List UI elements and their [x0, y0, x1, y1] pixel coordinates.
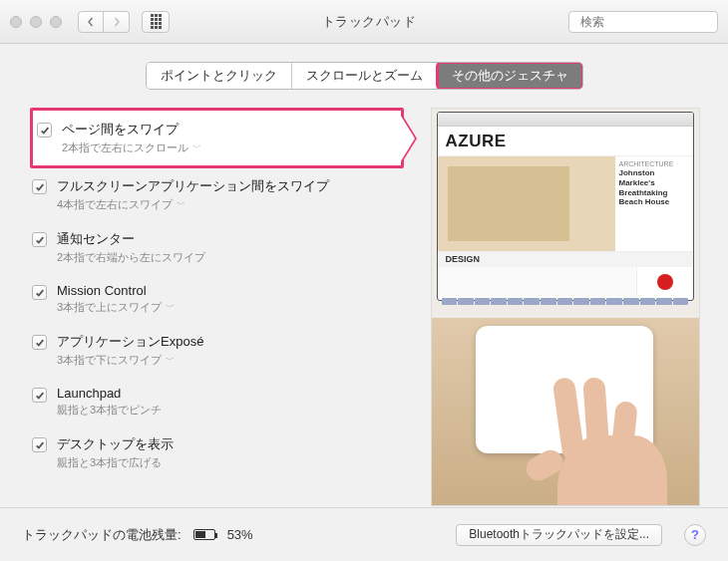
preview-hand — [528, 396, 667, 506]
option-subtitle-dropdown[interactable]: 2本指で左右にスクロール﹀ — [62, 140, 391, 155]
option-launchpad[interactable]: Launchpad 親指と3本指でピンチ — [30, 377, 404, 426]
show-all-button[interactable] — [142, 11, 170, 33]
footer: トラックパッドの電池残量: 53% Bluetoothトラックパッドを設定...… — [0, 507, 728, 561]
back-button[interactable] — [78, 11, 104, 33]
checkbox[interactable] — [32, 335, 47, 350]
traffic-lights — [10, 16, 62, 28]
option-title: デスクトップを表示 — [57, 435, 400, 453]
tabs-segment: ポイントとクリック スクロールとズーム その他のジェスチャ — [146, 62, 583, 90]
options-list: ページ間をスワイプ 2本指で左右にスクロール﹀ フルスクリーンアプリケーション間… — [30, 108, 404, 506]
battery-label: トラックパッドの電池残量: — [22, 526, 182, 544]
chevron-down-icon: ﹀ — [192, 141, 201, 154]
search-input[interactable] — [580, 15, 728, 29]
option-title: Mission Control — [57, 283, 400, 298]
help-button[interactable]: ? — [684, 524, 706, 546]
close-window-icon[interactable] — [10, 16, 22, 28]
window-title: トラックパッド — [178, 13, 560, 31]
checkbox[interactable] — [32, 388, 47, 403]
preview-sidebar-kicker: ARCHITECTURE — [619, 160, 689, 168]
option-title: 通知センター — [57, 230, 400, 248]
gesture-preview-pane: AZURE ARCHITECTURE Johnston Marklee's Br… — [422, 108, 708, 506]
tab-more-gestures[interactable]: その他のジェスチャ — [438, 63, 582, 89]
nav-group — [78, 11, 130, 33]
gesture-preview: AZURE ARCHITECTURE Johnston Marklee's Br… — [431, 108, 700, 506]
checkbox[interactable] — [32, 179, 47, 194]
preview-dock — [438, 298, 693, 306]
option-swipe-fullscreen-apps[interactable]: フルスクリーンアプリケーション間をスワイプ 4本指で左右にスワイプ﹀ — [30, 168, 404, 221]
option-title: フルスクリーンアプリケーション間をスワイプ — [57, 177, 400, 195]
award-badge-icon — [657, 274, 673, 290]
preview-site-logo: AZURE — [446, 132, 507, 151]
option-app-expose[interactable]: アプリケーションExposé 3本指で下にスワイプ﹀ — [30, 324, 404, 377]
setup-bluetooth-trackpad-button[interactable]: Bluetoothトラックパッドを設定... — [456, 524, 662, 546]
zoom-window-icon[interactable] — [50, 16, 62, 28]
tab-scroll-and-zoom[interactable]: スクロールとズーム — [292, 63, 438, 89]
battery-icon — [193, 529, 215, 540]
option-title: Launchpad — [57, 386, 400, 401]
titlebar: トラックパッド — [0, 0, 728, 44]
option-subtitle-dropdown[interactable]: 3本指で下にスワイプ﹀ — [57, 353, 400, 368]
option-subtitle: 親指と3本指でピンチ — [57, 403, 400, 418]
checkbox[interactable] — [32, 285, 47, 300]
checkbox[interactable] — [32, 437, 47, 452]
option-subtitle-dropdown[interactable]: 3本指で上にスワイプ﹀ — [57, 300, 400, 315]
search-field[interactable] — [568, 11, 718, 33]
checkbox[interactable] — [32, 232, 47, 247]
preview-sidebar-headline: Johnston Marklee's Breathtaking Beach Ho… — [619, 168, 689, 206]
tabs-row: ポイントとクリック スクロールとズーム その他のジェスチャ — [0, 44, 728, 104]
option-title: ページ間をスワイプ — [62, 121, 391, 139]
option-subtitle: 2本指で右端から左にスワイプ — [57, 250, 400, 265]
option-mission-control[interactable]: Mission Control 3本指で上にスワイプ﹀ — [30, 274, 404, 324]
option-title: アプリケーションExposé — [57, 333, 400, 351]
tab-point-and-click[interactable]: ポイントとクリック — [147, 63, 292, 89]
chevron-down-icon: ﹀ — [166, 301, 175, 314]
preview-screen: AZURE ARCHITECTURE Johnston Marklee's Br… — [437, 112, 694, 301]
option-notification-center[interactable]: 通知センター 2本指で右端から左にスワイプ — [30, 221, 404, 274]
grid-icon — [151, 14, 162, 29]
chevron-down-icon: ﹀ — [166, 354, 175, 367]
minimize-window-icon[interactable] — [30, 16, 42, 28]
battery-percentage: 53% — [227, 527, 253, 542]
forward-button[interactable] — [104, 11, 130, 33]
main-content: ページ間をスワイプ 2本指で左右にスクロール﹀ フルスクリーンアプリケーション間… — [0, 104, 728, 506]
checkbox[interactable] — [37, 123, 52, 138]
option-swipe-between-pages[interactable]: ページ間をスワイプ 2本指で左右にスクロール﹀ — [30, 108, 404, 168]
option-subtitle: 親指と3本指で広げる — [57, 455, 400, 470]
option-subtitle-dropdown[interactable]: 4本指で左右にスワイプ﹀ — [57, 197, 400, 212]
option-show-desktop[interactable]: デスクトップを表示 親指と3本指で広げる — [30, 426, 404, 479]
chevron-down-icon: ﹀ — [177, 198, 185, 211]
preview-strip: DESIGN — [438, 251, 693, 267]
